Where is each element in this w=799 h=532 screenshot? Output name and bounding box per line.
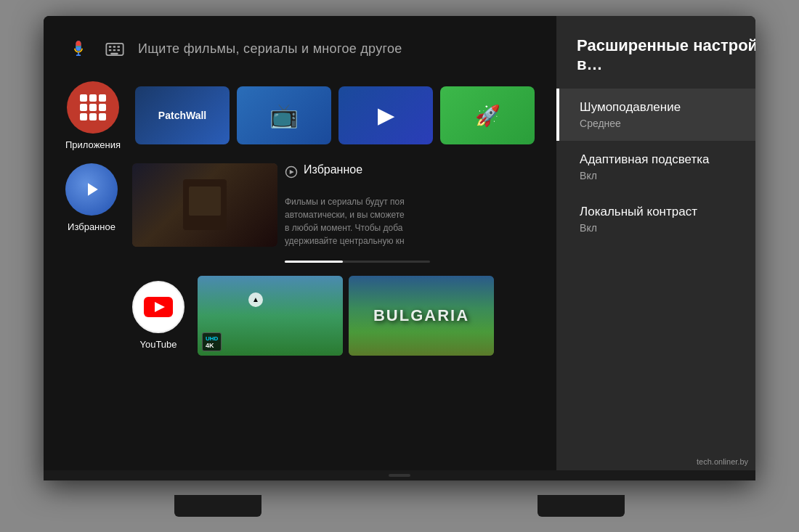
apps-tiles: PatchWall 📺 ▶ 🚀 xyxy=(135,86,535,144)
tv-body: Ищите фильмы, сериалы и многое другое Пр… xyxy=(44,16,755,517)
search-placeholder: Ищите фильмы, сериалы и многое другое xyxy=(138,41,402,57)
mic-icon[interactable] xyxy=(65,36,92,62)
svg-rect-5 xyxy=(109,49,112,51)
tv-screen: Ищите фильмы, сериалы и многое другое Пр… xyxy=(44,16,755,480)
watermark: tech.onliner.by xyxy=(697,457,748,466)
apps-label: Приложения xyxy=(65,139,121,150)
bottom-section: Избранное xyxy=(65,163,535,356)
favorites-title: Избранное xyxy=(304,163,362,176)
favorites-description: Фильмы и сериалы будут поя автоматически… xyxy=(285,195,535,247)
svg-rect-2 xyxy=(109,46,112,47)
svg-rect-4 xyxy=(118,46,121,47)
svg-rect-3 xyxy=(113,46,116,47)
main-content: Ищите фильмы, сериалы и многое другое Пр… xyxy=(44,16,556,470)
svg-rect-8 xyxy=(110,52,118,54)
sidebar-local-title: Локальный контраст xyxy=(580,205,755,219)
tv-tile-icon: 📺 xyxy=(269,102,299,129)
sidebar-adaptive-title: Адаптивная подсветка xyxy=(580,152,755,167)
svg-rect-7 xyxy=(118,49,121,51)
tile-tv[interactable]: 📺 xyxy=(237,86,331,144)
search-bar: Ищите фильмы, сериалы и многое другое xyxy=(65,30,535,68)
favorites-content-area: Избранное Фильмы и сериалы будут поя авт… xyxy=(132,163,535,356)
sidebar-adaptive-value: Вкл xyxy=(580,170,755,181)
youtube-label: YouTube xyxy=(139,339,177,350)
4k-badge: UHD 4K xyxy=(202,332,222,351)
sidebar-item-noise[interactable]: Шумоподавление Среднее xyxy=(556,89,755,141)
tv-stand xyxy=(44,480,755,517)
keyboard-icon[interactable] xyxy=(102,36,128,62)
favorites-label: Избранное xyxy=(68,221,115,232)
stand-left xyxy=(174,495,261,517)
svg-marker-9 xyxy=(88,183,98,196)
youtube-app-entry[interactable]: YouTube xyxy=(132,281,184,350)
movie-thumbnail xyxy=(132,163,277,247)
sidebar-title: Расширенные настройки в… xyxy=(556,16,755,89)
sidebar-panel: Расширенные настройки в… Шумоподавление … xyxy=(556,16,755,470)
favorites-info: Избранное Фильмы и сериалы будут поя авт… xyxy=(285,163,535,263)
sidebar-item-adaptive[interactable]: Адаптивная подсветка Вкл xyxy=(556,141,755,193)
apps-app-entry[interactable]: Приложения xyxy=(65,81,121,150)
thumbnail-bulgaria[interactable]: BULGARIA xyxy=(349,276,494,356)
favorites-app-entry[interactable]: Избранное xyxy=(65,163,118,232)
favorites-icon xyxy=(65,163,118,216)
favorites-progress xyxy=(285,261,430,263)
apps-section: Приложения PatchWall 📺 ▶ xyxy=(65,81,535,150)
bulgaria-text: BULGARIA xyxy=(349,276,494,356)
stand-right xyxy=(538,495,625,517)
video-tile-icon: ▶ xyxy=(378,104,394,128)
sidebar-item-local-contrast[interactable]: Локальный контраст Вкл xyxy=(556,193,755,245)
patchwall-label: PatchWall xyxy=(158,110,206,121)
thumbnails-row: ▲ UHD 4K BUL xyxy=(198,276,494,356)
apps-icon xyxy=(67,81,119,134)
svg-rect-6 xyxy=(113,49,116,51)
youtube-icon xyxy=(132,281,184,333)
rocket-tile-icon: 🚀 xyxy=(475,104,500,128)
sidebar-noise-title: Шумоподавление xyxy=(580,100,755,115)
sidebar-local-value: Вкл xyxy=(580,222,755,234)
thumbnail-landscape[interactable]: ▲ UHD 4K xyxy=(198,276,343,356)
tile-video[interactable]: ▶ xyxy=(338,86,433,144)
tile-rocket[interactable]: 🚀 xyxy=(440,86,535,144)
svg-marker-11 xyxy=(290,170,294,174)
sidebar-noise-value: Среднее xyxy=(580,118,755,129)
tile-patchwall[interactable]: PatchWall xyxy=(135,86,230,144)
